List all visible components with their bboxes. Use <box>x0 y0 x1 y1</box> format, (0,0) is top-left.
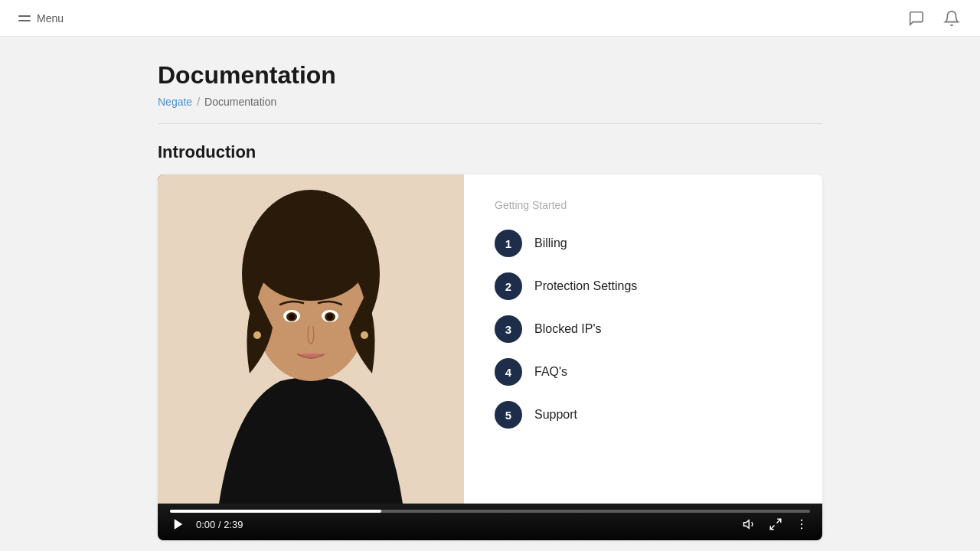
svg-marker-13 <box>175 519 183 530</box>
nav-right <box>906 8 962 28</box>
chapter-title-5: Support <box>534 408 577 422</box>
chat-icon[interactable] <box>906 8 926 28</box>
chapter-number-3: 3 <box>495 315 522 343</box>
controls-row: 0:00 / 2:39 <box>170 516 810 533</box>
chapter-item-1[interactable]: 1 Billing <box>495 230 792 257</box>
video-thumbnail[interactable] <box>158 174 464 504</box>
video-wrapper: Getting Started 1 Billing 2 Protection S… <box>158 174 822 540</box>
menu-icon[interactable] <box>18 15 31 21</box>
main-content: Documentation Negate / Documentation Int… <box>145 37 835 551</box>
controls-right <box>741 516 810 533</box>
svg-marker-14 <box>744 520 750 529</box>
time-display: 0:00 / 2:39 <box>196 519 243 530</box>
chapter-number-2: 2 <box>495 272 522 300</box>
menu-label[interactable]: Menu <box>37 12 64 24</box>
chapter-title-4: FAQ's <box>534 365 567 379</box>
nav-left: Menu <box>18 12 64 24</box>
svg-point-10 <box>327 314 333 320</box>
svg-point-9 <box>289 314 295 320</box>
chapter-number-1: 1 <box>495 230 522 257</box>
breadcrumb-current: Documentation <box>204 96 276 108</box>
breadcrumb: Negate / Documentation <box>158 96 822 108</box>
top-navigation: Menu <box>0 0 980 37</box>
fullscreen-button[interactable] <box>767 516 784 533</box>
video-content-area: Getting Started 1 Billing 2 Protection S… <box>158 174 822 504</box>
progress-bar-fill <box>170 510 381 513</box>
bell-icon[interactable] <box>942 8 962 28</box>
chapter-item-5[interactable]: 5 Support <box>495 401 792 429</box>
chapter-title-2: Protection Settings <box>534 279 637 293</box>
volume-button[interactable] <box>741 516 758 533</box>
svg-point-4 <box>253 217 368 301</box>
chapter-item-2[interactable]: 2 Protection Settings <box>495 272 792 300</box>
video-sidebar: Getting Started 1 Billing 2 Protection S… <box>464 174 822 504</box>
video-bottom-bar: 0:00 / 2:39 <box>158 504 822 540</box>
svg-point-17 <box>801 520 802 521</box>
video-person-image <box>158 174 464 504</box>
svg-line-16 <box>770 526 774 530</box>
breadcrumb-parent[interactable]: Negate <box>158 96 192 108</box>
page-title: Documentation <box>158 61 822 90</box>
chapter-number-5: 5 <box>495 401 522 429</box>
svg-line-15 <box>777 519 781 523</box>
introduction-section: Introduction <box>158 142 822 551</box>
video-card: Getting Started 1 Billing 2 Protection S… <box>158 174 822 540</box>
controls-left: 0:00 / 2:39 <box>170 516 243 533</box>
getting-started-label: Getting Started <box>495 199 792 211</box>
svg-point-18 <box>801 523 802 525</box>
progress-bar[interactable] <box>170 510 810 513</box>
chapter-item-3[interactable]: 3 Blocked IP's <box>495 315 792 343</box>
more-options-button[interactable] <box>793 516 810 533</box>
svg-point-11 <box>253 331 261 339</box>
chapter-number-4: 4 <box>495 358 522 386</box>
chapter-title-3: Blocked IP's <box>534 322 602 336</box>
breadcrumb-separator: / <box>197 96 200 108</box>
section-divider <box>158 123 822 124</box>
chapter-item-4[interactable]: 4 FAQ's <box>495 358 792 386</box>
introduction-heading: Introduction <box>158 142 822 162</box>
svg-point-19 <box>801 527 802 529</box>
play-button[interactable] <box>170 516 187 533</box>
svg-point-12 <box>361 331 368 339</box>
chapter-list: 1 Billing 2 Protection Settings 3 Blocke… <box>495 230 792 429</box>
chapter-title-1: Billing <box>534 236 567 250</box>
video-controls: 0:00 / 2:39 <box>158 504 822 540</box>
